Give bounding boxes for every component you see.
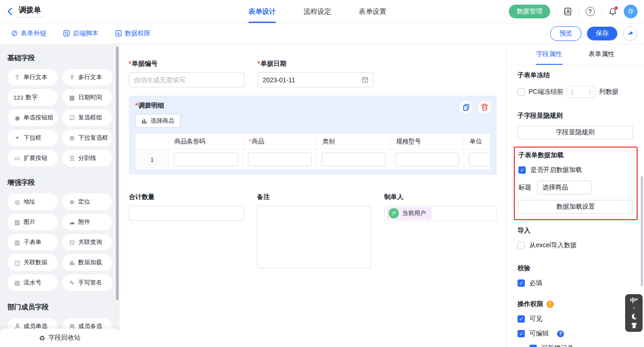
copy-field-button[interactable] [460,101,472,114]
field-select[interactable]: ▼下拉框 [7,130,58,146]
field-number[interactable]: 123数字 [7,89,58,106]
validate-section-title: 校验 [518,264,633,273]
visible-checkbox[interactable] [518,315,525,323]
category-input[interactable] [322,153,385,166]
dataload-section-title: 子表单数据加载 [518,151,633,159]
form-title[interactable]: 调拨单 [17,6,43,17]
add-record-checkbox[interactable] [529,345,537,347]
tab-form-design[interactable]: 表单设计 [248,0,276,23]
doc-date-field[interactable]: 单据日期 2023-01-11 [258,60,374,87]
data-manage-button[interactable]: 数据管理 [509,5,550,18]
radio-icon: ◉ [13,115,21,121]
language-toggle-icon[interactable]: 中a [630,297,638,303]
doc-no-input[interactable] [129,72,245,87]
subform-block[interactable]: 调拨明细 选择商品 商品条形码 商品 类别 规格型号 [129,96,497,175]
visibility-rules-button[interactable]: 字段显隐规则 [518,125,633,139]
preview-button[interactable]: 预览 [550,26,581,41]
save-button[interactable]: 保存 [587,27,617,40]
field-extend-button[interactable]: ▭扩展按钮 [7,150,58,166]
tab-field-properties[interactable]: 字段属性 [536,44,562,65]
help-icon[interactable]: ? [585,6,595,17]
contact-book-icon[interactable] [563,6,573,17]
field-related-query[interactable]: ⊡关联查询 [62,234,112,250]
creator-input[interactable]: 户 当前用户 [384,205,497,221]
form-canvas: 单据编号 单据日期 2023-01-11 调拨明细 [120,44,506,347]
import-excel-checkbox[interactable] [518,242,525,249]
field-location[interactable]: ⊕定位 [62,193,112,210]
dark-mode-moon-icon[interactable] [631,313,638,320]
dataload-enable-checkbox[interactable] [518,166,526,174]
subform-grid-icon: ▥ [13,239,21,245]
remark-field[interactable]: 备注 [257,193,372,270]
panel-scrollbar[interactable] [641,176,643,286]
field-signature[interactable]: ✎手写签名 [62,274,112,291]
field-checkbox-group[interactable]: ☑复选框组 [62,109,112,126]
form-external-link[interactable]: 表单外链 [11,23,46,44]
tab-form-setting[interactable]: 表单设置 [359,0,386,23]
field-multi-select[interactable]: ⊞下拉复选框 [62,130,112,146]
unit-input[interactable] [469,153,490,166]
creator-field[interactable]: 制单人 户 当前用户 [384,193,497,270]
tab-flow-setting[interactable]: 流程设定 [304,0,331,23]
field-subform[interactable]: ▥子表单 [7,234,58,250]
field-multi-line-text[interactable]: Ŧ多行文本 [62,69,112,85]
editable-checkbox[interactable] [518,330,525,337]
theme-shirt-icon[interactable] [631,322,638,329]
perm-editable-row[interactable]: 可编辑 ? [518,330,633,338]
field-image[interactable]: ▧图片 [7,214,58,230]
checkbox-icon: ☑ [68,115,76,121]
field-serial-number[interactable]: ▤流水号 [7,274,58,291]
user-avatar[interactable]: 存 [624,5,638,18]
total-quantity-input[interactable] [129,205,244,221]
field-single-line-text[interactable]: T单行文本 [7,69,58,85]
field-radio-group[interactable]: ◉单选按钮组 [7,109,58,126]
barcode-input[interactable] [173,153,238,166]
script-icon [63,30,70,37]
tab-form-properties[interactable]: 表单属性 [589,44,615,65]
import-excel-row[interactable]: 从excel导入数据 [518,241,633,250]
spec-input[interactable] [395,153,459,166]
dataload-settings-button[interactable]: 数据加载设置 [518,200,633,214]
freeze-checkbox[interactable] [518,88,525,96]
doc-no-field[interactable]: 单据编号 [129,60,245,87]
back-icon[interactable] [7,7,12,16]
perm-visible-row[interactable]: 可见 [518,315,633,323]
select-product-button[interactable]: 选择商品 [135,114,180,128]
delete-field-button[interactable] [478,101,491,114]
notification-badge [615,6,618,10]
data-permission-link[interactable]: 数据权限 [115,23,150,44]
doc-date-input[interactable]: 2023-01-11 [258,72,374,87]
share-button[interactable] [623,26,638,41]
freeze-count-select[interactable]: 1 ∨ [567,86,595,98]
doc-no-label: 单据编号 [129,60,245,67]
backend-script-link[interactable]: 后端脚本 [63,23,98,44]
total-quantity-label: 合计数量 [129,193,244,200]
required-checkbox[interactable] [518,279,525,287]
current-user-tag[interactable]: 户 当前用户 [387,207,431,220]
field-data-load[interactable]: 数据加载 [62,254,112,271]
field-datetime[interactable]: ▦日期时间 [62,89,112,106]
total-quantity-field[interactable]: 合计数量 [129,193,244,270]
required-row[interactable]: 必填 [518,279,633,287]
field-related-data[interactable]: ◫关联数据 [7,254,58,271]
field-divider[interactable]: ☰分割线 [62,150,112,166]
divider [601,8,602,15]
gender-arrow-icon[interactable]: ♂ [632,306,636,311]
data-permission-icon [115,30,122,37]
product-input[interactable] [248,153,312,166]
user-tag-avatar: 户 [389,208,399,218]
doc-date-label: 单据日期 [258,60,374,67]
help-tooltip-icon[interactable]: ? [557,330,564,337]
dataload-title-input[interactable] [537,181,592,194]
sidebar-scrollbar[interactable] [116,46,119,300]
perm-add-record-row[interactable]: 可新增记录 [529,344,633,347]
field-attachment[interactable]: ☁附件 [62,214,112,230]
notification-bell-icon[interactable] [608,6,618,17]
field-address[interactable]: ◎地址 [7,193,58,210]
remark-textarea[interactable] [257,205,372,268]
single-line-text-icon: T [13,74,21,80]
dataload-enable-row[interactable]: 是否开启数据加载 [518,166,633,174]
floating-utility-widget[interactable]: 中a ♂ [625,294,643,332]
dropdown-multi-icon: ⊞ [68,135,76,141]
field-recycle-bin[interactable]: ♻ 字段回收站 [0,329,120,347]
